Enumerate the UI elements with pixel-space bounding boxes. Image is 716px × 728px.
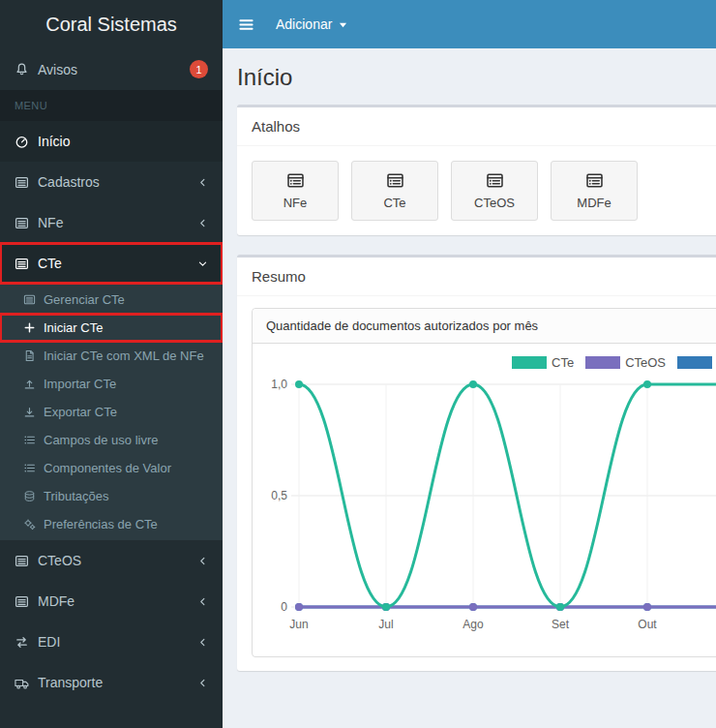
resumo-box: Resumo Quantidade de documentos autoriza… <box>237 255 716 671</box>
table-icon <box>23 293 36 306</box>
sidebar-item-edi[interactable]: EDI <box>0 622 223 662</box>
sidebar-item-nfe[interactable]: NFe <box>0 202 223 243</box>
chevron-left-icon <box>197 177 208 188</box>
submenu-item-campos-uso-livre[interactable]: Campos de uso livre <box>0 426 223 454</box>
shortcut-mdfe-button[interactable]: MDFe <box>551 161 638 221</box>
plus-icon <box>23 321 36 334</box>
sidebar-menu: Início Cadastros NFe CTe Gerenci <box>0 121 223 703</box>
shortcut-label: CTeOS <box>474 196 515 210</box>
submenu-item-label: Importar CTe <box>44 377 116 391</box>
resumo-title: Resumo <box>237 258 716 296</box>
submenu-item-gerenciar-cte[interactable]: Gerenciar CTe <box>0 286 223 314</box>
menu-item-label: CTeOS <box>38 553 81 568</box>
document-list-icon <box>286 171 305 190</box>
cte-submenu: Gerenciar CTe Iniciar CTe Iniciar CTe co… <box>0 284 223 540</box>
avisos-label: Avisos <box>38 62 77 77</box>
submenu-item-componentes-valor[interactable]: Componentes de Valor <box>0 454 223 482</box>
legend-item-third[interactable] <box>677 356 716 369</box>
submenu-item-tributacoes[interactable]: Tributações <box>0 482 223 510</box>
submenu-item-importar-cte[interactable]: Importar CTe <box>0 370 223 398</box>
exchange-icon <box>15 635 29 650</box>
svg-text:Set: Set <box>552 618 570 631</box>
adicionar-label: Adicionar <box>276 16 332 32</box>
download-icon <box>23 406 36 418</box>
shortcut-buttons: NFe CTe CTeOS MDFe <box>237 146 716 235</box>
chart-panel: Quantidade de documentos autorizados por… <box>252 308 716 657</box>
dashboard-icon <box>15 135 29 149</box>
table-icon <box>15 554 29 568</box>
legend-item-cteos[interactable]: CTeOS <box>585 355 666 370</box>
truck-icon <box>15 676 29 690</box>
submenu-item-iniciar-cte[interactable]: Iniciar CTe <box>0 314 223 342</box>
shortcut-label: MDFe <box>577 196 611 210</box>
submenu-item-label: Gerenciar CTe <box>44 292 125 307</box>
chart-area: CTe CTeOS 0 <box>253 344 716 656</box>
chart-legend: CTe CTeOS <box>512 355 716 370</box>
submenu-item-label: Exportar CTe <box>44 405 117 419</box>
submenu-item-iniciar-cte-xml[interactable]: Iniciar CTe com XML de NFe <box>0 342 223 370</box>
document-list-icon <box>386 171 404 190</box>
avisos-badge: 1 <box>190 60 208 78</box>
page-title: Início <box>237 64 716 91</box>
resumo-chart: 00,51,0JunJulAgoSetOut <box>260 355 716 646</box>
shortcut-nfe-button[interactable]: NFe <box>252 161 339 221</box>
svg-text:Jun: Jun <box>289 618 308 631</box>
legend-swatch <box>585 356 620 369</box>
chevron-down-icon <box>197 258 208 269</box>
menu-section-label: MENU <box>0 90 223 121</box>
svg-text:Ago: Ago <box>462 618 484 631</box>
menu-item-label: MDFe <box>38 593 75 609</box>
legend-swatch <box>677 356 712 369</box>
list-icon <box>23 462 36 474</box>
chevron-left-icon <box>197 218 208 228</box>
shortcut-label: NFe <box>283 196 308 210</box>
resumo-body: Quantidade de documentos autorizados por… <box>237 296 716 671</box>
sidebar-item-cte[interactable]: CTe <box>0 243 223 284</box>
submenu-item-label: Tributações <box>44 489 108 503</box>
submenu-item-label: Preferências de CTe <box>44 517 158 531</box>
submenu-item-label: Campos de uso livre <box>44 433 159 447</box>
legend-label: CTeOS <box>625 355 666 370</box>
sidebar-item-cadastros[interactable]: Cadastros <box>0 162 223 202</box>
document-list-icon <box>486 171 504 190</box>
coins-icon <box>23 490 36 502</box>
table-icon <box>15 594 29 609</box>
submenu-item-preferencias-cte[interactable]: Preferências de CTe <box>0 510 223 538</box>
adicionar-dropdown[interactable]: Adicionar <box>270 16 353 32</box>
chevron-left-icon <box>197 556 208 566</box>
chevron-left-icon <box>197 596 208 607</box>
menu-item-label: CTe <box>38 256 62 271</box>
sidebar-item-avisos[interactable]: Avisos 1 <box>0 48 223 90</box>
sidebar-item-cteos[interactable]: CTeOS <box>0 540 223 581</box>
sidebar-item-mdfe[interactable]: MDFe <box>0 581 223 622</box>
brand-title[interactable]: Coral Sistemas <box>0 0 223 48</box>
document-list-icon <box>585 171 604 190</box>
upload-icon <box>23 378 36 390</box>
file-icon <box>23 349 36 362</box>
sidebar-item-transporte[interactable]: Transporte <box>0 662 223 703</box>
list-icon <box>23 434 36 446</box>
caret-down-icon <box>339 20 347 29</box>
submenu-item-exportar-cte[interactable]: Exportar CTe <box>0 398 223 426</box>
legend-item-cte[interactable]: CTe <box>512 355 574 370</box>
svg-text:0: 0 <box>281 600 287 614</box>
hamburger-icon <box>238 16 254 33</box>
svg-text:Out: Out <box>638 618 657 631</box>
svg-text:Jul: Jul <box>378 618 393 631</box>
table-icon <box>15 257 29 271</box>
sidebar: Coral Sistemas Avisos 1 MENU Início Cada… <box>0 0 223 728</box>
svg-text:1,0: 1,0 <box>271 378 287 391</box>
table-icon <box>15 216 29 230</box>
chevron-left-icon <box>197 637 208 648</box>
submenu-item-label: Iniciar CTe com XML de NFe <box>44 349 204 363</box>
sidebar-item-inicio[interactable]: Início <box>0 121 223 162</box>
menu-item-label: EDI <box>38 634 60 650</box>
atalhos-title: Atalhos <box>237 107 716 146</box>
sidebar-toggle-button[interactable] <box>223 16 270 33</box>
menu-item-label: NFe <box>38 215 63 230</box>
shortcut-cte-button[interactable]: CTe <box>351 161 438 221</box>
shortcut-cteos-button[interactable]: CTeOS <box>451 161 538 221</box>
legend-swatch <box>512 356 547 369</box>
atalhos-box: Atalhos NFe CTe CTeOS <box>237 105 716 235</box>
menu-item-label: Transporte <box>38 675 103 690</box>
